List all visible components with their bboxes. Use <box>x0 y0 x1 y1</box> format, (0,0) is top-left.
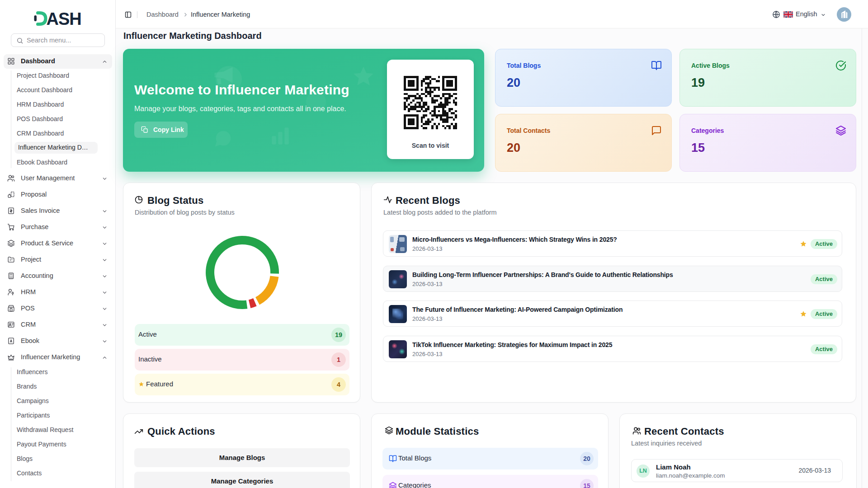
svg-text:ASH: ASH <box>47 9 81 28</box>
